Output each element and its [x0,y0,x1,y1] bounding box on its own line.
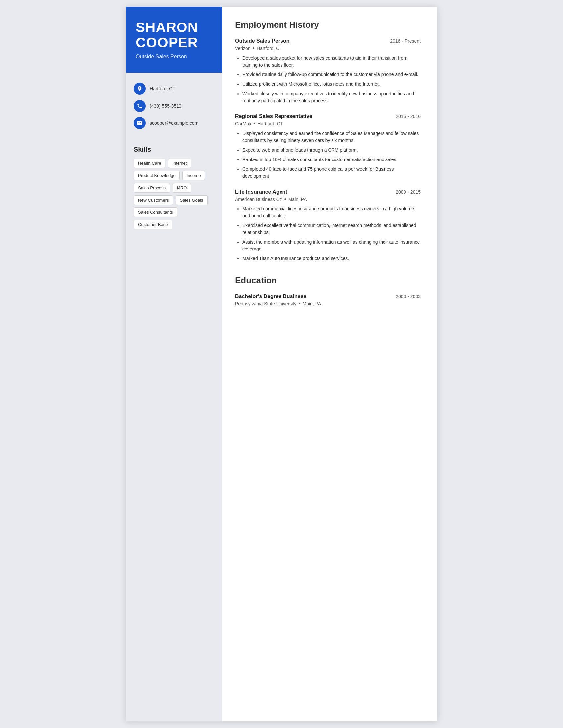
education-heading: Education [235,275,421,287]
skill-tag: MRO [172,183,191,193]
job-item: Outside Sales Person 2016 - Present Veri… [235,38,421,104]
job-company: Verizon [235,46,251,51]
skill-tag: Sales Consultants [134,207,177,217]
job-bullets: Displayed consistency and earned the con… [235,130,421,180]
job-title: Regional Sales Representative [235,114,312,119]
edu-location: Main, PA [303,301,321,306]
resume-container: SHARON COOPER Outside Sales Person Hartf… [126,7,437,721]
edu-meta: Pennsylvania State University • Main, PA [235,301,421,307]
phone-text: (430) 555-3510 [150,103,181,109]
email-item: scooper@example.com [134,117,214,129]
edu-dates: 2000 - 2003 [396,294,421,299]
job-item: Regional Sales Representative 2015 - 201… [235,114,421,180]
skills-heading: Skills [134,146,214,153]
job-title: Outside Sales Person [235,38,290,44]
phone-icon [134,100,146,112]
job-title: Life Insurance Agent [235,189,288,195]
main-content: Employment History Outside Sales Person … [222,7,437,721]
contact-section: Hartford, CT (430) 555-3510 scooper@exam… [126,73,222,139]
separator: • [253,45,255,51]
education-container: Bachelor's Degree Business 2000 - 2003 P… [235,294,421,307]
bullet-item: Utilized proficient with Microsoft offic… [242,81,421,88]
bullet-item: Marked Titan Auto Insurance products and… [242,255,421,262]
sidebar-header: SHARON COOPER Outside Sales Person [126,7,222,73]
skill-tag: Health Care [134,159,165,168]
bullet-item: Exercised excellent verbal communication… [242,222,421,236]
edu-degree: Bachelor's Degree Business [235,294,306,299]
bullet-item: Marketed commercial lines insurance prod… [242,205,421,219]
job-location: Hartford, CT [257,46,282,51]
email-text: scooper@example.com [150,120,198,126]
job-header: Outside Sales Person 2016 - Present [235,38,421,44]
separator: • [284,196,286,202]
skill-tag: Income [182,171,205,180]
skill-tag: Product Knowledge [134,171,180,180]
separator: • [299,301,301,307]
skills-tags-container: Health CareInternetProduct KnowledgeInco… [134,159,214,229]
job-bullets: Developed a sales packet for new sales c… [235,55,421,104]
job-item: Life Insurance Agent 2009 - 2015 America… [235,189,421,262]
skill-tag: Sales Goals [175,195,207,205]
skill-tag: Customer Base [134,220,172,229]
employment-section: Employment History Outside Sales Person … [235,20,421,262]
edu-institution: Pennsylvania State University [235,301,297,306]
job-meta: CarMax • Hartford, CT [235,121,421,127]
phone-item: (430) 555-3510 [134,100,214,112]
job-header: Regional Sales Representative 2015 - 201… [235,114,421,119]
job-dates: 2015 - 2016 [396,114,421,119]
email-icon [134,117,146,129]
job-meta: American Business Ctr • Main, PA [235,196,421,202]
education-item: Bachelor's Degree Business 2000 - 2003 P… [235,294,421,307]
skills-section: Skills Health CareInternetProduct Knowle… [126,139,222,721]
location-item: Hartford, CT [134,83,214,95]
edu-header: Bachelor's Degree Business 2000 - 2003 [235,294,421,299]
job-dates: 2016 - Present [390,38,421,44]
skill-tag: Sales Process [134,183,170,193]
job-location: Main, PA [289,197,307,202]
bullet-item: Assist the members with updating informa… [242,239,421,252]
job-location: Hartford, CT [257,121,283,126]
bullet-item: Developed a sales packet for new sales c… [242,55,421,68]
sidebar: SHARON COOPER Outside Sales Person Hartf… [126,7,222,721]
bullet-item: Worked closely with company executives t… [242,90,421,104]
location-icon [134,83,146,95]
bullet-item: Ranked in top 10% of sales consultants f… [242,156,421,163]
bullet-item: Provided routine daily follow-up communi… [242,71,421,78]
candidate-title: Outside Sales Person [136,54,212,60]
bullet-item: Completed 40 face-to-face and 75 phone c… [242,166,421,180]
bullet-item: Expedite web and phone leads through a C… [242,147,421,154]
job-dates: 2009 - 2015 [396,189,421,195]
job-header: Life Insurance Agent 2009 - 2015 [235,189,421,195]
job-meta: Verizon • Hartford, CT [235,45,421,51]
location-text: Hartford, CT [150,86,175,91]
job-bullets: Marketed commercial lines insurance prod… [235,205,421,262]
job-company: American Business Ctr [235,197,282,202]
job-company: CarMax [235,121,251,126]
skill-tag: New Customers [134,195,173,205]
candidate-name: SHARON COOPER [136,20,212,50]
bullet-item: Displayed consistency and earned the con… [242,130,421,144]
skill-tag: Internet [168,159,191,168]
employment-heading: Employment History [235,20,421,31]
jobs-container: Outside Sales Person 2016 - Present Veri… [235,38,421,262]
separator: • [253,121,255,127]
education-section: Education Bachelor's Degree Business 200… [235,275,421,307]
